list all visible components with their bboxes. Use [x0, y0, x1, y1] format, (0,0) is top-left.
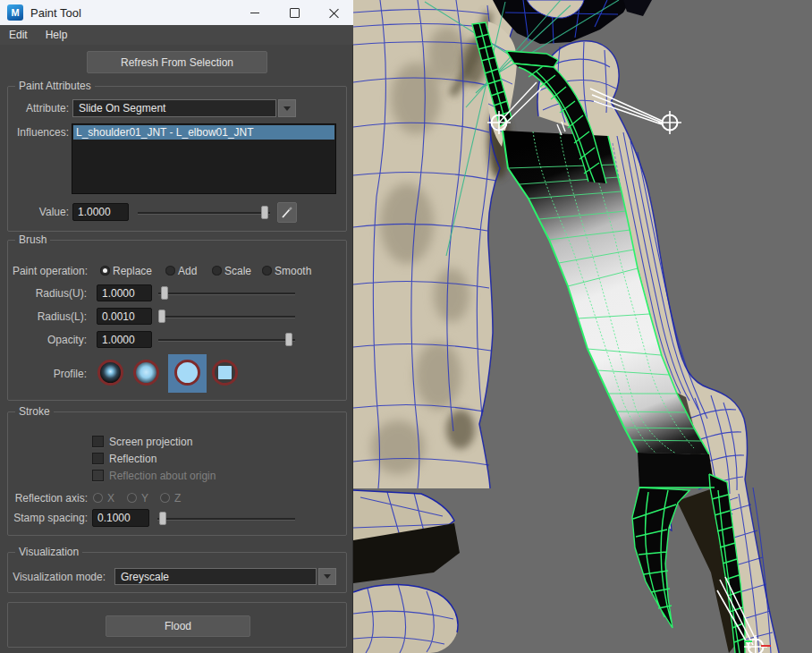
reflection-checkbox[interactable] — [92, 453, 104, 464]
radius-l-slider-track[interactable] — [158, 316, 295, 318]
opacity-field[interactable] — [97, 331, 152, 348]
chevron-down-icon — [324, 574, 331, 579]
visualization-mode-label: Visualization mode: — [0, 571, 106, 584]
radius-u-field[interactable] — [97, 284, 152, 301]
menubar: Edit Help — [0, 25, 353, 46]
stroke-title: Stroke — [15, 405, 54, 418]
radio-replace-label[interactable]: Replace — [113, 265, 152, 277]
menu-edit[interactable]: Edit — [0, 25, 37, 45]
radius-u-slider-handle[interactable] — [161, 286, 168, 300]
opacity-slider-handle[interactable] — [285, 333, 292, 346]
radio-replace[interactable] — [100, 266, 110, 276]
radius-l-field[interactable] — [97, 308, 152, 325]
value-slider-handle[interactable] — [261, 206, 268, 219]
paint-operation-label: Paint operation: — [0, 265, 88, 278]
opacity-slider-track[interactable] — [158, 339, 295, 342]
visualization-mode-arrow[interactable] — [318, 568, 336, 585]
value-slider-track[interactable] — [138, 212, 270, 215]
radius-u-label: Radius(U): — [0, 287, 87, 301]
viewport-3d[interactable] — [353, 0, 812, 653]
opacity-label: Opacity: — [0, 334, 87, 347]
profile-gaussian-icon[interactable] — [97, 360, 123, 386]
radius-u-slider-track[interactable] — [158, 293, 295, 295]
reflection-about-origin-label: Reflection about origin — [109, 470, 216, 482]
reflection-axis-label: Reflection axis: — [0, 492, 88, 505]
reflection-label[interactable]: Reflection — [109, 453, 156, 465]
value-field[interactable] — [72, 203, 129, 221]
screen-projection-checkbox[interactable] — [92, 436, 104, 447]
radius-l-slider-handle[interactable] — [158, 310, 165, 323]
viewport-render — [353, 0, 812, 653]
menu-help[interactable]: Help — [37, 25, 77, 45]
axis-y-radio — [127, 493, 137, 503]
paint-attributes-title: Paint Attributes — [15, 80, 95, 92]
radio-smooth-label[interactable]: Smooth — [275, 265, 311, 277]
profile-solid-icon[interactable] — [174, 360, 200, 386]
screen-projection-label[interactable]: Screen projection — [109, 436, 192, 448]
window-title: Paint Tool — [30, 6, 81, 20]
attribute-dropdown[interactable]: Slide On Segment — [72, 99, 276, 117]
axis-z-label: Z — [174, 492, 181, 505]
visualization-title: Visualization — [15, 546, 82, 558]
stamp-spacing-slider-handle[interactable] — [159, 512, 166, 525]
radio-smooth[interactable] — [262, 266, 272, 276]
attribute-label: Attribute: — [0, 102, 69, 115]
titlebar: M Paint Tool — [0, 0, 353, 25]
stamp-spacing-field[interactable] — [92, 509, 149, 527]
paint-tool-window: M Paint Tool Edit Help Refresh From Sele… — [0, 0, 812, 653]
radius-l-label: Radius(L): — [0, 310, 87, 324]
attribute-dropdown-arrow[interactable] — [278, 99, 296, 117]
refresh-from-selection-button[interactable]: Refresh From Selection — [87, 51, 267, 73]
visualization-mode-dropdown[interactable]: Greyscale — [114, 568, 317, 585]
radio-add[interactable] — [165, 266, 175, 276]
value-pencil-button[interactable] — [277, 202, 297, 223]
influence-item-selected[interactable]: L_shoulder01_JNT - L_elbow01_JNT — [73, 125, 334, 140]
pencil-icon — [281, 207, 293, 219]
reflection-about-origin-checkbox — [92, 470, 104, 481]
axis-y-label: Y — [141, 492, 148, 505]
value-label: Value: — [0, 206, 69, 219]
radio-scale[interactable] — [212, 266, 222, 276]
stamp-spacing-slider-track[interactable] — [157, 518, 295, 521]
radio-add-label[interactable]: Add — [178, 265, 197, 277]
profile-label: Profile: — [0, 368, 87, 381]
tool-panel: Refresh From Selection Paint Attributes … — [0, 45, 353, 653]
axis-x-label: X — [107, 492, 114, 505]
influences-list[interactable]: L_shoulder01_JNT - L_elbow01_JNT — [72, 123, 336, 194]
maximize-button[interactable] — [275, 0, 314, 25]
flood-button[interactable]: Flood — [106, 615, 250, 637]
profile-square-icon[interactable] — [212, 360, 238, 386]
close-icon — [329, 8, 339, 18]
close-button[interactable] — [314, 0, 353, 25]
axis-x-radio — [93, 493, 103, 503]
radio-scale-label[interactable]: Scale — [224, 265, 251, 277]
stamp-spacing-label: Stamp spacing: — [0, 512, 88, 525]
maya-app-icon: M — [7, 4, 23, 21]
chevron-down-icon — [283, 106, 291, 111]
brush-title: Brush — [15, 233, 50, 246]
axis-z-radio — [160, 493, 170, 503]
profile-soft-icon[interactable] — [133, 360, 159, 386]
maximize-icon — [290, 8, 300, 18]
minimize-button[interactable] — [235, 0, 275, 25]
window-controls — [235, 0, 353, 25]
influences-label: Influences: — [0, 126, 69, 140]
minimize-icon — [250, 13, 259, 13]
